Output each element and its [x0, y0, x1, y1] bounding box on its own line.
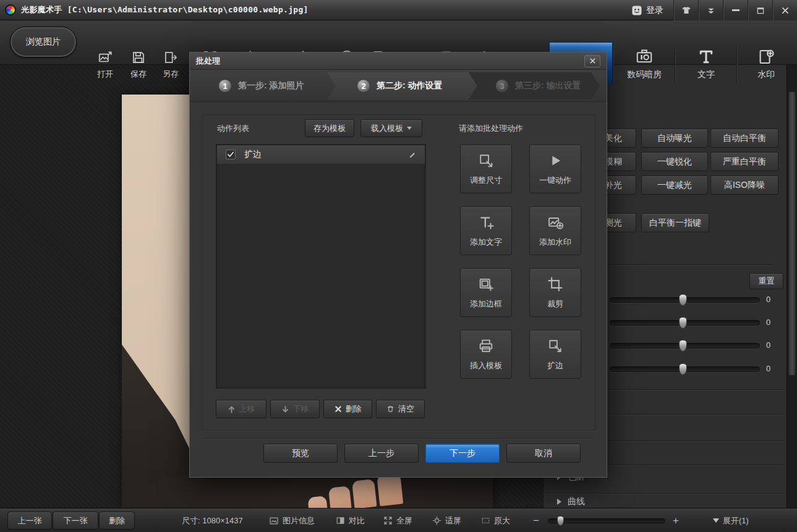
- slider-4-handle[interactable]: [679, 363, 687, 375]
- browse-images-button[interactable]: 浏览图片: [10, 27, 77, 57]
- close-button[interactable]: [772, 0, 797, 20]
- preview-button[interactable]: 预览: [263, 444, 338, 463]
- auto-whitebalance-button[interactable]: 自动白平衡: [710, 129, 778, 148]
- action-one-key-button[interactable]: 一键动作: [529, 145, 581, 193]
- slider-1-track[interactable]: [610, 297, 760, 303]
- original-size-button[interactable]: 原大: [481, 509, 510, 532]
- prev-step-label: 上一步: [369, 448, 394, 459]
- image-info-button[interactable]: 图片信息: [269, 509, 315, 532]
- insert-template-icon: [477, 337, 495, 355]
- add-actions-prompt: 请添加批处理动作: [459, 123, 523, 134]
- zoom-slider-handle[interactable]: [557, 516, 564, 526]
- zoom-slider-track[interactable]: [548, 518, 665, 523]
- blur-label: 模糊: [605, 156, 622, 167]
- clear-actions-button[interactable]: 清空: [376, 400, 425, 418]
- fit-screen-button[interactable]: 适屏: [432, 509, 461, 532]
- one-key-dim-button[interactable]: 一键减光: [641, 175, 708, 195]
- save-template-button[interactable]: 存为模板: [305, 119, 354, 137]
- open-button[interactable]: 打开: [94, 49, 116, 80]
- slider-1-value: 0: [766, 295, 770, 304]
- step-3-output-settings[interactable]: 3 第三步: 输出设置: [495, 70, 581, 102]
- slider-3-track[interactable]: [610, 343, 760, 348]
- slider-4-track[interactable]: [610, 366, 760, 372]
- whitebalance-one-key-button[interactable]: 白平衡一指键: [641, 213, 709, 232]
- step-2-action-settings[interactable]: 2 第二步: 动作设置: [357, 70, 443, 102]
- zoom-in-button[interactable]: +: [673, 509, 679, 532]
- cancel-button[interactable]: 取消: [506, 444, 581, 463]
- load-template-button[interactable]: 载入模板: [360, 119, 422, 137]
- next-step-label: 下一步: [450, 448, 475, 459]
- step-3-number: 3: [495, 79, 509, 93]
- action-add-watermark-button[interactable]: 添加水印: [529, 206, 581, 255]
- skin-button[interactable]: [673, 0, 698, 20]
- next-image-button[interactable]: 下一张: [53, 512, 98, 530]
- close-icon: [781, 6, 790, 15]
- save-button[interactable]: 保存: [127, 49, 150, 80]
- slider-2-track[interactable]: [610, 320, 760, 326]
- expand-panel-button[interactable]: 展开(1): [713, 509, 749, 532]
- edit-pencil-icon[interactable]: [408, 150, 417, 159]
- login-label: 登录: [646, 5, 663, 16]
- dialog-close-button[interactable]: [584, 55, 600, 67]
- original-size-label: 原大: [494, 515, 510, 526]
- watermark-icon: [757, 48, 775, 66]
- action-item-checkbox[interactable]: [226, 150, 236, 159]
- crop-action-icon: [547, 276, 564, 293]
- compare-button[interactable]: 对比: [336, 509, 365, 532]
- slider-1-handle[interactable]: [679, 294, 687, 306]
- high-iso-denoise-button[interactable]: 高ISO降噪: [710, 175, 778, 195]
- one-key-sharpen-button[interactable]: 一键锐化: [641, 152, 708, 171]
- step-1-add-photos[interactable]: 1 第一步: 添加照片: [218, 70, 304, 102]
- action-add-text-label: 添加文字: [470, 237, 502, 248]
- minimize-button[interactable]: [723, 0, 748, 20]
- dialog-close-icon: [589, 57, 596, 64]
- action-expand-border-label: 扩边: [547, 360, 563, 371]
- dialog-titlebar[interactable]: 批处理: [190, 53, 607, 70]
- next-step-button[interactable]: 下一步: [425, 444, 500, 463]
- fullscreen-label: 全屏: [396, 515, 412, 526]
- action-insert-template-button[interactable]: 插入模板: [460, 330, 512, 379]
- move-down-button[interactable]: 下移: [270, 400, 320, 418]
- step-1-number: 1: [218, 79, 232, 93]
- action-add-border-button[interactable]: 添加边框: [460, 268, 512, 317]
- login-button[interactable]: 登录: [625, 0, 673, 20]
- auto-exposure-button[interactable]: 自动曝光: [641, 129, 708, 148]
- darkroom-button[interactable]: 数码暗房: [613, 42, 675, 85]
- fullscreen-button[interactable]: 全屏: [383, 509, 412, 532]
- reset-button[interactable]: 重置: [749, 273, 783, 289]
- sidebar-scrollbar[interactable]: [786, 65, 797, 508]
- action-one-key-label: 一键动作: [539, 175, 571, 186]
- action-crop-button[interactable]: 裁剪: [529, 268, 581, 317]
- prev-image-button[interactable]: 上一张: [7, 512, 52, 530]
- open-icon: [97, 49, 113, 65]
- action-add-text-button[interactable]: 添加文字: [460, 206, 512, 255]
- maximize-button[interactable]: [748, 0, 772, 20]
- severe-whitebalance-button[interactable]: 严重白平衡: [710, 152, 778, 171]
- action-resize-button[interactable]: 调整尺寸: [460, 145, 512, 193]
- action-add-border-label: 添加边框: [470, 298, 502, 310]
- compare-icon: [336, 516, 345, 525]
- watermark-button[interactable]: 水印: [735, 42, 797, 85]
- prev-image-label: 上一张: [18, 515, 42, 526]
- delete-image-button[interactable]: 删除: [99, 512, 135, 530]
- delete-action-button[interactable]: 删除: [323, 400, 372, 418]
- dialog-title: 批处理: [196, 56, 220, 67]
- action-expand-border-button[interactable]: 扩边: [529, 330, 581, 379]
- open-label: 打开: [97, 69, 113, 80]
- slider-3-handle[interactable]: [679, 340, 687, 352]
- text-tool-label: 文字: [697, 69, 715, 80]
- section-curves[interactable]: 曲线: [557, 496, 585, 507]
- move-up-button[interactable]: 上移: [216, 400, 266, 418]
- text-tool-button[interactable]: 文字: [675, 42, 737, 85]
- menu-button[interactable]: [698, 0, 723, 20]
- prev-step-button[interactable]: 上一步: [344, 444, 419, 463]
- slider-2-handle[interactable]: [679, 317, 687, 329]
- compare-label: 对比: [349, 515, 365, 526]
- scrollbar-thumb[interactable]: [788, 91, 796, 376]
- action-list-item[interactable]: 扩边: [217, 145, 425, 164]
- slider-4-value: 0: [766, 364, 770, 373]
- save-as-label: 另存: [163, 69, 179, 80]
- save-as-button[interactable]: 另存: [160, 49, 182, 80]
- window-title: 光影魔术手 [C:\Users\Administrator\Desktop\c0…: [21, 4, 309, 15]
- zoom-out-button[interactable]: −: [533, 509, 539, 532]
